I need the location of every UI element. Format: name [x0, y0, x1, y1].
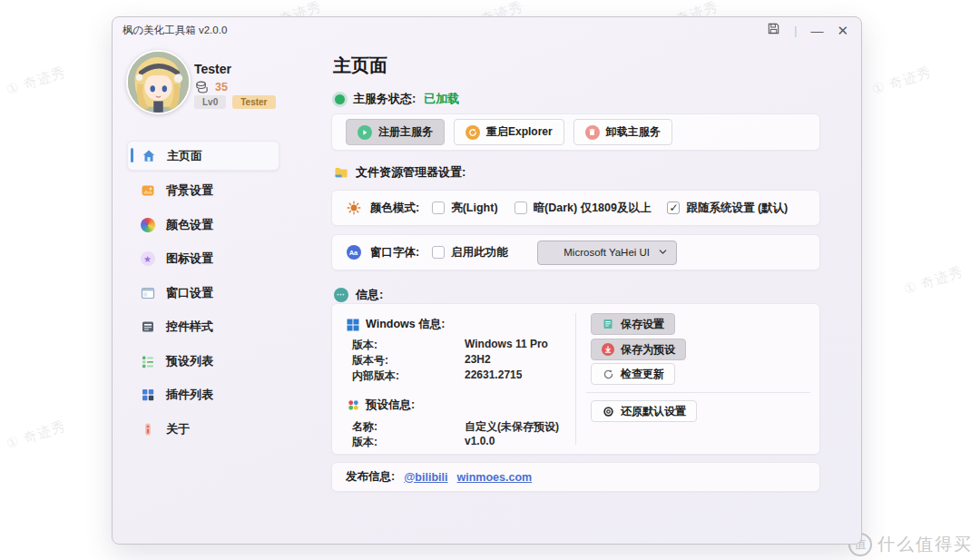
sidebar-item-about[interactable]: 关于 — [127, 415, 279, 443]
info-row: 版本: Windows 11 Pro — [352, 338, 377, 353]
color-mode-label: 颜色模式: — [370, 201, 419, 216]
close-button[interactable]: ✕ — [837, 22, 848, 40]
window-title: 枫の美化工具箱 v2.0.0 — [122, 24, 227, 37]
vertical-divider — [575, 313, 576, 445]
checkbox-dark[interactable] — [514, 201, 527, 214]
sidebar-item-color[interactable]: 颜色设置 — [127, 211, 279, 239]
option-label: 亮(Light) — [451, 201, 497, 216]
color-settings-icon — [140, 217, 155, 232]
option-label: 跟随系统设置 (默认) — [686, 201, 788, 216]
uninstall-service-button[interactable]: 卸载主服务 — [573, 119, 672, 145]
level-badge: Lv0 — [194, 95, 226, 109]
restore-defaults-button[interactable]: 还原默认设置 — [591, 400, 697, 422]
role-badge: Tester — [232, 95, 275, 109]
restore-icon — [602, 405, 614, 418]
qijixiu-watermark: 奇迹秀 — [5, 64, 68, 99]
info-value: 自定义(未保存预设) — [465, 419, 559, 435]
info-label: 名称: — [352, 420, 377, 433]
check-update-button[interactable]: 检查更新 — [591, 363, 675, 385]
sidebar-item-icon[interactable]: ★ 图标设置 — [127, 245, 279, 273]
button-label: 保存为预设 — [621, 342, 675, 358]
active-indicator — [131, 148, 133, 162]
button-label: 检查更新 — [621, 367, 664, 382]
profile-badges: Lv0 Tester — [194, 95, 276, 109]
save-as-preset-button[interactable]: 保存为预设 — [591, 339, 686, 360]
save-window-icon[interactable] — [767, 22, 780, 40]
preset-info-title: 预设信息: — [347, 398, 415, 413]
avatar — [126, 50, 191, 114]
service-actions-card: 注册主服务 重启Explorer 卸载主服务 — [331, 113, 820, 151]
enable-font-label: 启用此功能 — [451, 245, 508, 260]
restart-explorer-button[interactable]: 重启Explorer — [454, 119, 564, 145]
windows-info-title: Windows 信息: — [347, 317, 445, 332]
info-section-header: ··· 信息: — [333, 287, 383, 303]
info-label: 版本: — [352, 436, 377, 448]
sidebar-item-label: 窗口设置 — [166, 285, 213, 301]
sidebar-item-background[interactable]: 背景设置 — [127, 177, 279, 205]
restart-icon — [466, 125, 480, 140]
register-service-button[interactable]: 注册主服务 — [346, 119, 445, 145]
sidebar-item-plugins[interactable]: 插件列表 — [127, 381, 279, 409]
chevron-down-icon — [658, 247, 668, 259]
checkbox-follow-system[interactable]: ✓ — [667, 201, 680, 214]
info-dots-icon: ··· — [333, 288, 348, 303]
checkbox-enable-font[interactable] — [432, 246, 445, 259]
info-section-title: 信息: — [356, 287, 383, 303]
checkbox-light[interactable] — [432, 201, 445, 214]
button-label: 保存设置 — [621, 317, 664, 332]
sidebar-item-label: 图标设置 — [166, 251, 213, 267]
sidebar-item-label: 控件样式 — [166, 319, 213, 335]
sidebar-item-label: 插件列表 — [166, 387, 213, 403]
info-label: 版本: — [352, 339, 377, 351]
enable-font-option: 启用此功能 — [432, 245, 508, 260]
info-row: 版本号: 23H2 — [352, 353, 388, 368]
folder-icon — [333, 165, 348, 181]
font-dropdown-value: Microsoft YaHei UI — [564, 247, 650, 258]
save-settings-button[interactable]: 保存设置 — [591, 313, 675, 335]
sidebar-nav: 主页面 背景设置 颜色设置 ★ 图标设置 窗口设置 控件样式 — [127, 141, 279, 443]
windows-logo-icon — [347, 319, 359, 331]
profile-name: Tester — [194, 62, 231, 76]
color-mode-card: 颜色模式: 亮(Light) 暗(Dark) 仅1809及以上 ✓ 跟随系统设置… — [331, 190, 820, 226]
profile-coins: 35 — [194, 79, 228, 94]
publish-card: 发布信息: @bilibili winmoes.com — [331, 462, 820, 492]
refresh-icon — [602, 368, 614, 380]
smzdm-watermark-text: 什么值得买 — [877, 533, 973, 556]
sun-icon — [346, 201, 361, 216]
app-window: 枫の美化工具箱 v2.0.0 | — ✕ Tester — [112, 16, 862, 545]
page-title: 主页面 — [333, 54, 387, 78]
info-row: 内部版本: 22631.2715 — [352, 368, 399, 384]
qijixiu-watermark: 奇迹秀 — [5, 418, 68, 453]
info-label: 内部版本: — [352, 369, 399, 382]
sidebar-item-window[interactable]: 窗口设置 — [127, 279, 279, 307]
sidebar-item-controls[interactable]: 控件样式 — [127, 313, 279, 341]
smzdm-watermark: 值 什么值得买 — [848, 533, 973, 556]
play-icon — [358, 125, 372, 140]
minimize-button[interactable]: — — [810, 22, 823, 40]
sidebar-item-label: 颜色设置 — [166, 217, 213, 233]
sidebar-item-label: 关于 — [166, 421, 190, 437]
info-card: Windows 信息: 版本: Windows 11 Pro 版本号: 23H2… — [331, 303, 820, 455]
publish-label: 发布信息: — [346, 469, 395, 485]
coins-icon — [194, 79, 210, 94]
info-row: 名称: 自定义(未保存预设) — [352, 419, 377, 435]
winmoes-link[interactable]: winmoes.com — [456, 471, 532, 484]
bilibili-link[interactable]: @bilibili — [404, 471, 447, 484]
qijixiu-watermark: 奇迹秀 — [870, 64, 934, 99]
font-dropdown[interactable]: Microsoft YaHei UI — [537, 241, 677, 265]
preset-info-icon — [347, 399, 359, 412]
plugin-list-icon — [140, 388, 155, 403]
control-style-icon — [140, 319, 155, 335]
info-value: Windows 11 Pro — [465, 338, 548, 350]
option-light: 亮(Light) — [432, 201, 497, 216]
sidebar-item-presets[interactable]: 预设列表 — [127, 347, 279, 375]
explorer-section-title: 文件资源管理器设置: — [356, 164, 466, 181]
service-status-label: 主服务状态: — [353, 91, 416, 107]
sidebar-item-home[interactable]: 主页面 — [127, 141, 279, 171]
icon-settings-icon: ★ — [140, 251, 155, 267]
service-status-value: 已加载 — [424, 91, 459, 107]
option-follow-system: ✓ 跟随系统设置 (默认) — [667, 201, 788, 216]
home-icon — [141, 148, 156, 163]
background-settings-icon — [140, 183, 155, 199]
service-status: 主服务状态: 已加载 — [335, 91, 459, 107]
